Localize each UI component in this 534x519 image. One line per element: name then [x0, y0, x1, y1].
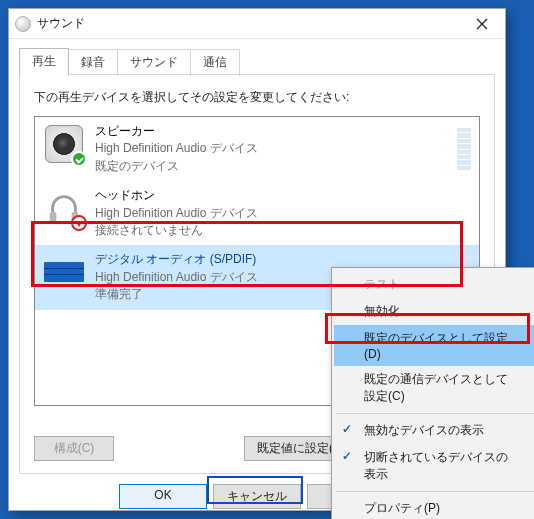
device-text: スピーカー High Definition Audio デバイス 既定のデバイス — [95, 123, 258, 175]
cancel-button[interactable]: キャンセル — [213, 484, 301, 509]
svg-rect-0 — [50, 212, 57, 223]
device-driver: High Definition Audio デバイス — [95, 269, 258, 286]
device-text: デジタル オーディオ (S/PDIF) High Definition Audi… — [95, 251, 258, 303]
tab-playback[interactable]: 再生 — [19, 48, 69, 75]
disconnected-badge-icon — [71, 215, 87, 231]
device-speaker[interactable]: スピーカー High Definition Audio デバイス 既定のデバイス — [35, 117, 479, 181]
menu-separator — [336, 491, 534, 492]
menu-properties[interactable]: プロパティ(P) — [334, 495, 534, 519]
close-button[interactable] — [461, 10, 503, 38]
device-status: 準備完了 — [95, 286, 258, 303]
device-name: ヘッドホン — [95, 187, 258, 204]
device-status: 接続されていません — [95, 222, 258, 239]
menu-separator — [336, 413, 534, 414]
level-meter — [457, 128, 471, 170]
device-name: スピーカー — [95, 123, 258, 140]
app-icon — [15, 16, 31, 32]
menu-disable[interactable]: 無効化 — [334, 298, 534, 325]
speaker-icon — [43, 123, 85, 165]
window-title: サウンド — [37, 15, 461, 32]
menu-show-disconnected[interactable]: 切断されているデバイスの表示 — [334, 444, 534, 488]
tab-communications[interactable]: 通信 — [190, 49, 240, 76]
device-driver: High Definition Audio デバイス — [95, 140, 258, 157]
device-driver: High Definition Audio デバイス — [95, 205, 258, 222]
context-menu: テスト 無効化 既定のデバイスとして設定(D) 既定の通信デバイスとして設定(C… — [331, 267, 534, 519]
device-name: デジタル オーディオ (S/PDIF) — [95, 251, 258, 268]
close-icon — [476, 18, 488, 30]
device-headphone[interactable]: ヘッドホン High Definition Audio デバイス 接続されていま… — [35, 181, 479, 245]
ok-button[interactable]: OK — [119, 484, 207, 509]
title-bar: サウンド — [9, 9, 505, 39]
instruction-text: 下の再生デバイスを選択してその設定を変更してください: — [34, 89, 480, 106]
tab-sounds[interactable]: サウンド — [117, 49, 191, 76]
device-status: 既定のデバイス — [95, 158, 258, 175]
configure-button[interactable]: 構成(C) — [34, 436, 114, 461]
default-badge-icon — [71, 151, 87, 167]
headphone-icon — [43, 187, 85, 229]
screenshot-frame: サウンド 再生 録音 サウンド 通信 下の再生デバイスを選択してその設定を変更し… — [0, 0, 534, 519]
menu-set-default-device[interactable]: 既定のデバイスとして設定(D) — [334, 325, 534, 366]
menu-test[interactable]: テスト — [334, 271, 534, 298]
tab-recording[interactable]: 録音 — [68, 49, 118, 76]
spdif-icon — [43, 251, 85, 293]
menu-show-disabled[interactable]: 無効なデバイスの表示 — [334, 417, 534, 444]
device-text: ヘッドホン High Definition Audio デバイス 接続されていま… — [95, 187, 258, 239]
tab-strip: 再生 録音 サウンド 通信 — [9, 39, 505, 74]
menu-set-default-comm[interactable]: 既定の通信デバイスとして設定(C) — [334, 366, 534, 410]
